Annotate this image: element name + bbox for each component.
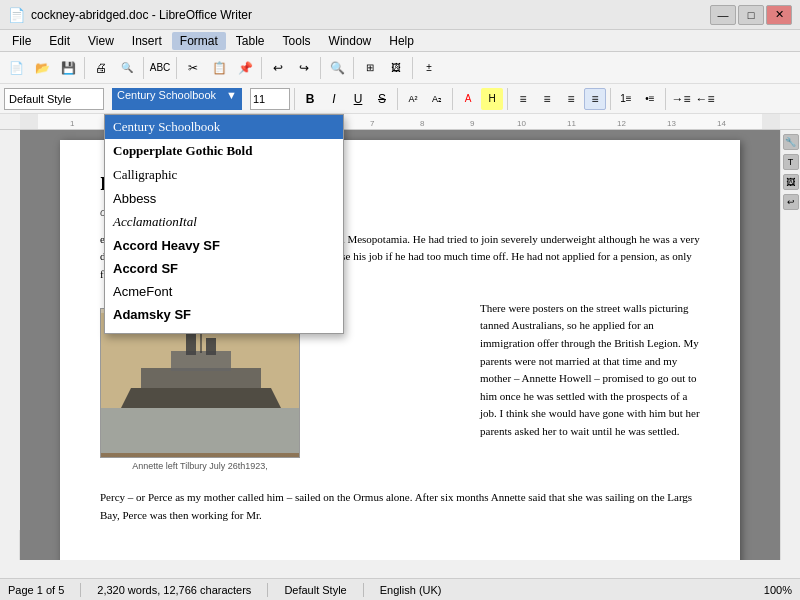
font-option-accord-sf[interactable]: Accord SF <box>105 257 343 280</box>
zoom-level: 100% <box>764 584 792 596</box>
indent-more-button[interactable]: →≡ <box>670 88 692 110</box>
new-button[interactable]: 📄 <box>4 56 28 80</box>
align-left-button[interactable]: ≡ <box>512 88 534 110</box>
main-toolbar: 📄 📂 💾 🖨 🔍 ABC ✂ 📋 📌 ↩ ↪ 🔍 ⊞ 🖼 ± <box>0 52 800 84</box>
font-option-accord-heavy-sf[interactable]: Accord Heavy SF <box>105 234 343 257</box>
fmt-sep-5 <box>610 88 611 110</box>
sidebar-icon-1[interactable]: 🔧 <box>783 134 799 150</box>
strikethrough-button[interactable]: S <box>371 88 393 110</box>
bullet-list-button[interactable]: •≡ <box>639 88 661 110</box>
print-preview-button[interactable]: 🔍 <box>115 56 139 80</box>
language-status[interactable]: English (UK) <box>380 584 442 596</box>
spell-check-button[interactable]: ABC <box>148 56 172 80</box>
maximize-button[interactable]: □ <box>738 5 764 25</box>
toolbar-sep-2 <box>143 57 144 79</box>
copy-button[interactable]: 📋 <box>207 56 231 80</box>
menu-tools[interactable]: Tools <box>275 32 319 50</box>
sidebar-icon-2[interactable]: T <box>783 154 799 170</box>
menu-insert[interactable]: Insert <box>124 32 170 50</box>
undo-button[interactable]: ↩ <box>266 56 290 80</box>
paste-button[interactable]: 📌 <box>233 56 257 80</box>
svg-text:1: 1 <box>70 119 75 128</box>
save-button[interactable]: 💾 <box>56 56 80 80</box>
svg-text:11: 11 <box>567 119 576 128</box>
find-button[interactable]: 🔍 <box>325 56 349 80</box>
open-button[interactable]: 📂 <box>30 56 54 80</box>
right-column-text: There were posters on the street walls p… <box>480 300 700 441</box>
font-option-addled[interactable]: Addled <box>105 326 343 334</box>
minimize-button[interactable]: — <box>710 5 736 25</box>
font-name-select[interactable]: Century Schoolbook ▼ <box>112 88 242 110</box>
cut-button[interactable]: ✂ <box>181 56 205 80</box>
status-sep-3 <box>363 583 364 597</box>
align-justify-button[interactable]: ≡ <box>584 88 606 110</box>
svg-text:7: 7 <box>370 119 375 128</box>
highlight-button[interactable]: H <box>481 88 503 110</box>
font-option-acmefont[interactable]: AcmeFont <box>105 280 343 303</box>
show-changes-button[interactable]: ± <box>417 56 441 80</box>
font-option-century-schoolbook[interactable]: Century Schoolbook <box>105 115 343 139</box>
font-dropdown-arrow: ▼ <box>226 89 237 101</box>
para2-text: There were posters on the street walls p… <box>480 300 700 441</box>
font-option-acclamationital[interactable]: AcclamationItal <box>105 210 343 234</box>
title-bar-left: 📄 cockney-abridged.doc - LibreOffice Wri… <box>8 7 252 23</box>
status-bar: Page 1 of 5 2,320 words, 12,766 characte… <box>0 578 800 600</box>
status-sep-1 <box>80 583 81 597</box>
menu-window[interactable]: Window <box>321 32 380 50</box>
third-paragraph: Percy – or Perce as my mother called him… <box>100 489 700 524</box>
print-button[interactable]: 🖨 <box>89 56 113 80</box>
font-dropdown[interactable]: Century Schoolbook Copperplate Gothic Bo… <box>104 114 344 334</box>
indent-less-button[interactable]: ←≡ <box>694 88 716 110</box>
svg-rect-22 <box>186 333 196 355</box>
menu-format[interactable]: Format <box>172 32 226 50</box>
app-icon: 📄 <box>8 7 25 23</box>
toolbar-sep-1 <box>84 57 85 79</box>
align-center-button[interactable]: ≡ <box>536 88 558 110</box>
svg-text:13: 13 <box>667 119 676 128</box>
paragraph-style-status[interactable]: Default Style <box>284 584 346 596</box>
svg-text:12: 12 <box>617 119 626 128</box>
word-count: 2,320 words, 12,766 characters <box>97 584 251 596</box>
fmt-sep-4 <box>507 88 508 110</box>
underline-button[interactable]: U <box>347 88 369 110</box>
sidebar-icon-4[interactable]: ↩ <box>783 194 799 210</box>
menu-view[interactable]: View <box>80 32 122 50</box>
menu-table[interactable]: Table <box>228 32 273 50</box>
font-option-abbess[interactable]: Abbess <box>105 187 343 210</box>
numbered-list-button[interactable]: 1≡ <box>615 88 637 110</box>
svg-text:9: 9 <box>470 119 475 128</box>
subscript-button[interactable]: A₂ <box>426 88 448 110</box>
svg-text:8: 8 <box>420 119 425 128</box>
insert-table-button[interactable]: ⊞ <box>358 56 382 80</box>
superscript-button[interactable]: A² <box>402 88 424 110</box>
insert-image-button[interactable]: 🖼 <box>384 56 408 80</box>
align-right-button[interactable]: ≡ <box>560 88 582 110</box>
bold-button[interactable]: B <box>299 88 321 110</box>
font-size-input[interactable] <box>250 88 290 110</box>
paragraph-style-select[interactable] <box>4 88 104 110</box>
svg-rect-21 <box>171 351 231 371</box>
font-color-button[interactable]: A <box>457 88 479 110</box>
image-caption: Annette left Tilbury July 26th1923, <box>100 460 300 474</box>
font-option-copperplate-gothic-bold[interactable]: Copperplate Gothic Bold <box>105 139 343 163</box>
fmt-sep-6 <box>665 88 666 110</box>
left-margin-indicator <box>0 130 20 530</box>
menu-bar: File Edit View Insert Format Table Tools… <box>0 30 800 52</box>
sidebar-icon-3[interactable]: 🖼 <box>783 174 799 190</box>
font-option-calligraphic[interactable]: Calligraphic <box>105 163 343 187</box>
title-bar: 📄 cockney-abridged.doc - LibreOffice Wri… <box>0 0 800 30</box>
redo-button[interactable]: ↪ <box>292 56 316 80</box>
menu-edit[interactable]: Edit <box>41 32 78 50</box>
font-option-adamsky-sf[interactable]: Adamsky SF <box>105 303 343 326</box>
close-button[interactable]: ✕ <box>766 5 792 25</box>
menu-file[interactable]: File <box>4 32 39 50</box>
window-controls[interactable]: — □ ✕ <box>710 5 792 25</box>
status-sep-2 <box>267 583 268 597</box>
svg-rect-23 <box>206 338 216 355</box>
svg-text:10: 10 <box>517 119 526 128</box>
formatting-toolbar: Century Schoolbook ▼ B I U S A² A₂ A H ≡… <box>0 84 800 114</box>
svg-rect-16 <box>0 130 20 530</box>
menu-help[interactable]: Help <box>381 32 422 50</box>
italic-button[interactable]: I <box>323 88 345 110</box>
right-sidebar: 🔧 T 🖼 ↩ <box>780 130 800 560</box>
